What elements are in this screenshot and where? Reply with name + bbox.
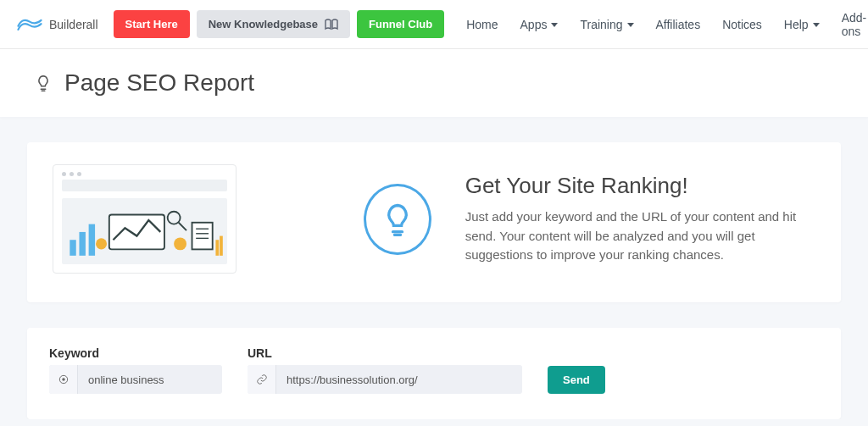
svg-point-15 <box>62 378 65 381</box>
nav-addons[interactable]: Add-ons <box>842 11 868 38</box>
svg-point-5 <box>96 238 107 249</box>
page-title: Page SEO Report <box>64 69 254 97</box>
svg-rect-13 <box>220 236 223 256</box>
svg-rect-3 <box>109 214 164 249</box>
brand-logo[interactable]: Builderall <box>15 13 98 36</box>
nav-help[interactable]: Help <box>784 18 820 31</box>
svg-line-11 <box>179 223 186 230</box>
svg-rect-12 <box>215 240 219 256</box>
start-here-button[interactable]: Start Here <box>114 10 190 38</box>
knowledgebase-button[interactable]: New Knowledgebase <box>197 10 350 38</box>
nav-training[interactable]: Training <box>580 18 633 31</box>
chevron-down-icon <box>813 23 820 27</box>
svg-rect-1 <box>79 232 85 256</box>
funnel-club-button[interactable]: Funnel Club <box>357 10 444 38</box>
hero-title: Get Your Site Ranking! <box>465 173 815 199</box>
main-nav: Home Apps Training Affiliates Notices He… <box>466 11 868 38</box>
nav-affiliates[interactable]: Affiliates <box>656 18 701 31</box>
topbar: Builderall Start Here New Knowledgebase … <box>0 0 868 49</box>
svg-rect-0 <box>70 240 75 256</box>
chevron-down-icon <box>551 23 558 27</box>
nav-apps[interactable]: Apps <box>520 18 559 31</box>
svg-rect-6 <box>192 223 213 250</box>
url-input[interactable] <box>276 365 522 394</box>
brand-name: Builderall <box>49 18 98 31</box>
svg-rect-2 <box>89 224 95 256</box>
nav-notices[interactable]: Notices <box>722 18 762 31</box>
hero-card: Get Your Site Ranking! Just add your key… <box>27 142 841 302</box>
seo-illustration <box>53 164 236 274</box>
keyword-label: Keyword <box>49 346 222 360</box>
chevron-down-icon <box>627 23 634 27</box>
knowledgebase-label: New Knowledgebase <box>209 18 318 30</box>
target-icon <box>49 365 78 394</box>
hero-description: Just add your keyword and the URL of you… <box>465 207 815 265</box>
keyword-input[interactable] <box>78 365 222 394</box>
link-icon <box>248 365 276 394</box>
builderall-logo-icon <box>15 13 44 36</box>
nav-home[interactable]: Home <box>466 18 498 31</box>
lightbulb-circle-icon <box>364 184 431 255</box>
url-label: URL <box>248 346 522 360</box>
send-button[interactable]: Send <box>548 366 605 394</box>
svg-point-10 <box>168 212 181 224</box>
book-icon <box>325 19 338 30</box>
lightbulb-icon <box>34 74 53 92</box>
seo-form: Keyword URL Send <box>27 328 841 419</box>
svg-point-4 <box>174 237 186 250</box>
page-title-row: Page SEO Report <box>0 49 868 117</box>
